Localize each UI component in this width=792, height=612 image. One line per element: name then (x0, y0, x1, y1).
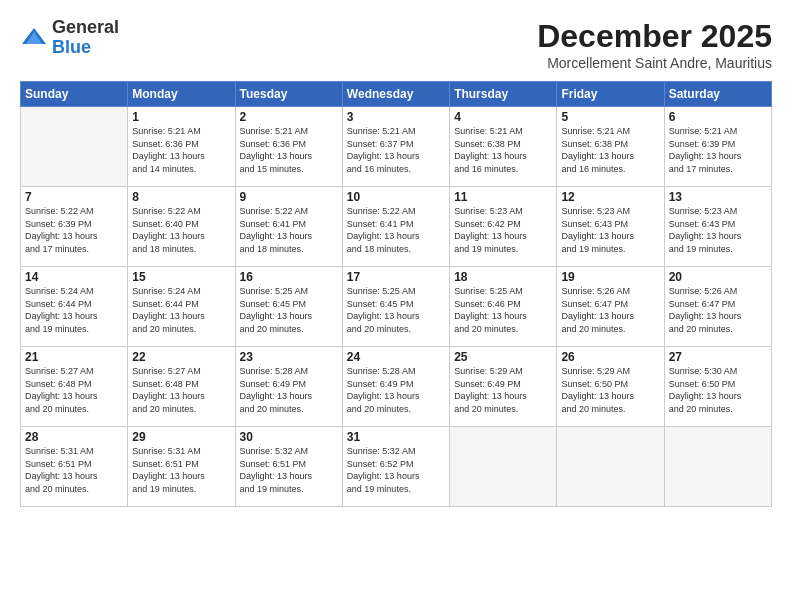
week-row-2: 7Sunrise: 5:22 AM Sunset: 6:39 PM Daylig… (21, 187, 772, 267)
day-number: 17 (347, 270, 445, 284)
day-number: 3 (347, 110, 445, 124)
location-title: Morcellement Saint Andre, Mauritius (537, 55, 772, 71)
day-cell: 25Sunrise: 5:29 AM Sunset: 6:49 PM Dayli… (450, 347, 557, 427)
logo-text: General Blue (52, 18, 119, 58)
day-number: 11 (454, 190, 552, 204)
day-info: Sunrise: 5:25 AM Sunset: 6:45 PM Dayligh… (347, 285, 445, 335)
day-cell: 12Sunrise: 5:23 AM Sunset: 6:43 PM Dayli… (557, 187, 664, 267)
day-info: Sunrise: 5:21 AM Sunset: 6:37 PM Dayligh… (347, 125, 445, 175)
day-cell: 11Sunrise: 5:23 AM Sunset: 6:42 PM Dayli… (450, 187, 557, 267)
day-cell: 19Sunrise: 5:26 AM Sunset: 6:47 PM Dayli… (557, 267, 664, 347)
day-info: Sunrise: 5:29 AM Sunset: 6:49 PM Dayligh… (454, 365, 552, 415)
header-cell-wednesday: Wednesday (342, 82, 449, 107)
day-number: 19 (561, 270, 659, 284)
day-number: 13 (669, 190, 767, 204)
calendar-table: SundayMondayTuesdayWednesdayThursdayFrid… (20, 81, 772, 507)
day-info: Sunrise: 5:24 AM Sunset: 6:44 PM Dayligh… (132, 285, 230, 335)
day-cell: 7Sunrise: 5:22 AM Sunset: 6:39 PM Daylig… (21, 187, 128, 267)
day-cell: 16Sunrise: 5:25 AM Sunset: 6:45 PM Dayli… (235, 267, 342, 347)
day-info: Sunrise: 5:30 AM Sunset: 6:50 PM Dayligh… (669, 365, 767, 415)
day-number: 30 (240, 430, 338, 444)
header-cell-sunday: Sunday (21, 82, 128, 107)
day-cell: 26Sunrise: 5:29 AM Sunset: 6:50 PM Dayli… (557, 347, 664, 427)
day-number: 16 (240, 270, 338, 284)
header-cell-tuesday: Tuesday (235, 82, 342, 107)
day-number: 27 (669, 350, 767, 364)
day-number: 21 (25, 350, 123, 364)
day-cell: 29Sunrise: 5:31 AM Sunset: 6:51 PM Dayli… (128, 427, 235, 507)
header-cell-saturday: Saturday (664, 82, 771, 107)
title-block: December 2025 Morcellement Saint Andre, … (537, 18, 772, 71)
day-cell: 1Sunrise: 5:21 AM Sunset: 6:36 PM Daylig… (128, 107, 235, 187)
week-row-4: 21Sunrise: 5:27 AM Sunset: 6:48 PM Dayli… (21, 347, 772, 427)
day-cell: 3Sunrise: 5:21 AM Sunset: 6:37 PM Daylig… (342, 107, 449, 187)
day-info: Sunrise: 5:26 AM Sunset: 6:47 PM Dayligh… (561, 285, 659, 335)
day-number: 22 (132, 350, 230, 364)
week-row-3: 14Sunrise: 5:24 AM Sunset: 6:44 PM Dayli… (21, 267, 772, 347)
day-cell: 13Sunrise: 5:23 AM Sunset: 6:43 PM Dayli… (664, 187, 771, 267)
day-info: Sunrise: 5:23 AM Sunset: 6:43 PM Dayligh… (561, 205, 659, 255)
day-info: Sunrise: 5:27 AM Sunset: 6:48 PM Dayligh… (25, 365, 123, 415)
day-cell: 31Sunrise: 5:32 AM Sunset: 6:52 PM Dayli… (342, 427, 449, 507)
day-cell: 9Sunrise: 5:22 AM Sunset: 6:41 PM Daylig… (235, 187, 342, 267)
day-number: 1 (132, 110, 230, 124)
day-cell: 17Sunrise: 5:25 AM Sunset: 6:45 PM Dayli… (342, 267, 449, 347)
header-cell-monday: Monday (128, 82, 235, 107)
header-cell-friday: Friday (557, 82, 664, 107)
day-info: Sunrise: 5:21 AM Sunset: 6:38 PM Dayligh… (561, 125, 659, 175)
week-row-1: 1Sunrise: 5:21 AM Sunset: 6:36 PM Daylig… (21, 107, 772, 187)
day-cell: 22Sunrise: 5:27 AM Sunset: 6:48 PM Dayli… (128, 347, 235, 427)
day-info: Sunrise: 5:23 AM Sunset: 6:43 PM Dayligh… (669, 205, 767, 255)
day-cell: 10Sunrise: 5:22 AM Sunset: 6:41 PM Dayli… (342, 187, 449, 267)
day-cell (664, 427, 771, 507)
day-info: Sunrise: 5:21 AM Sunset: 6:36 PM Dayligh… (240, 125, 338, 175)
day-cell: 20Sunrise: 5:26 AM Sunset: 6:47 PM Dayli… (664, 267, 771, 347)
day-number: 8 (132, 190, 230, 204)
day-info: Sunrise: 5:23 AM Sunset: 6:42 PM Dayligh… (454, 205, 552, 255)
day-cell: 28Sunrise: 5:31 AM Sunset: 6:51 PM Dayli… (21, 427, 128, 507)
day-info: Sunrise: 5:27 AM Sunset: 6:48 PM Dayligh… (132, 365, 230, 415)
day-cell: 2Sunrise: 5:21 AM Sunset: 6:36 PM Daylig… (235, 107, 342, 187)
header: General Blue December 2025 Morcellement … (20, 18, 772, 71)
day-cell (21, 107, 128, 187)
day-info: Sunrise: 5:26 AM Sunset: 6:47 PM Dayligh… (669, 285, 767, 335)
day-cell: 30Sunrise: 5:32 AM Sunset: 6:51 PM Dayli… (235, 427, 342, 507)
day-number: 31 (347, 430, 445, 444)
day-info: Sunrise: 5:25 AM Sunset: 6:45 PM Dayligh… (240, 285, 338, 335)
day-info: Sunrise: 5:21 AM Sunset: 6:38 PM Dayligh… (454, 125, 552, 175)
day-info: Sunrise: 5:21 AM Sunset: 6:36 PM Dayligh… (132, 125, 230, 175)
day-cell: 21Sunrise: 5:27 AM Sunset: 6:48 PM Dayli… (21, 347, 128, 427)
day-number: 26 (561, 350, 659, 364)
day-info: Sunrise: 5:22 AM Sunset: 6:41 PM Dayligh… (347, 205, 445, 255)
day-number: 7 (25, 190, 123, 204)
day-cell: 18Sunrise: 5:25 AM Sunset: 6:46 PM Dayli… (450, 267, 557, 347)
logo-icon (20, 24, 48, 52)
day-number: 24 (347, 350, 445, 364)
page: General Blue December 2025 Morcellement … (0, 0, 792, 612)
day-number: 6 (669, 110, 767, 124)
day-cell: 5Sunrise: 5:21 AM Sunset: 6:38 PM Daylig… (557, 107, 664, 187)
day-info: Sunrise: 5:22 AM Sunset: 6:41 PM Dayligh… (240, 205, 338, 255)
day-number: 10 (347, 190, 445, 204)
week-row-5: 28Sunrise: 5:31 AM Sunset: 6:51 PM Dayli… (21, 427, 772, 507)
day-cell (450, 427, 557, 507)
day-cell (557, 427, 664, 507)
logo: General Blue (20, 18, 119, 58)
day-number: 14 (25, 270, 123, 284)
day-number: 9 (240, 190, 338, 204)
day-info: Sunrise: 5:22 AM Sunset: 6:40 PM Dayligh… (132, 205, 230, 255)
day-number: 23 (240, 350, 338, 364)
header-cell-thursday: Thursday (450, 82, 557, 107)
day-info: Sunrise: 5:31 AM Sunset: 6:51 PM Dayligh… (25, 445, 123, 495)
day-cell: 27Sunrise: 5:30 AM Sunset: 6:50 PM Dayli… (664, 347, 771, 427)
day-info: Sunrise: 5:28 AM Sunset: 6:49 PM Dayligh… (240, 365, 338, 415)
day-cell: 23Sunrise: 5:28 AM Sunset: 6:49 PM Dayli… (235, 347, 342, 427)
day-cell: 4Sunrise: 5:21 AM Sunset: 6:38 PM Daylig… (450, 107, 557, 187)
day-info: Sunrise: 5:21 AM Sunset: 6:39 PM Dayligh… (669, 125, 767, 175)
day-number: 15 (132, 270, 230, 284)
day-number: 18 (454, 270, 552, 284)
day-number: 25 (454, 350, 552, 364)
day-cell: 14Sunrise: 5:24 AM Sunset: 6:44 PM Dayli… (21, 267, 128, 347)
logo-general: General (52, 18, 119, 38)
day-info: Sunrise: 5:24 AM Sunset: 6:44 PM Dayligh… (25, 285, 123, 335)
